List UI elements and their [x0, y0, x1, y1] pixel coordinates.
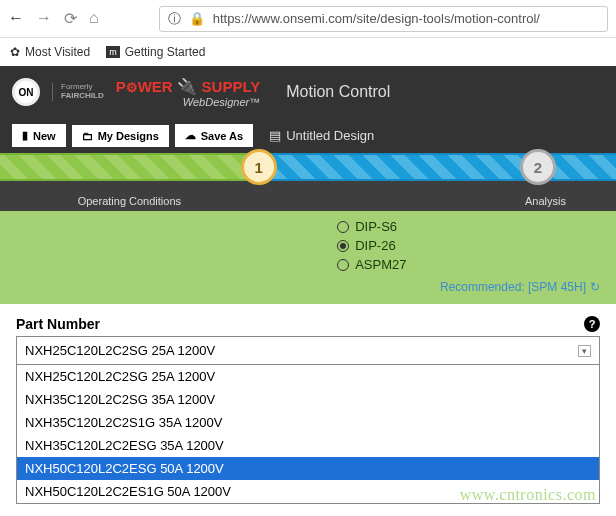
m-icon: m — [106, 46, 120, 58]
part-number-label: Part Number — [16, 316, 100, 332]
home-icon[interactable]: ⌂ — [89, 9, 99, 28]
reload-icon[interactable]: ⟳ — [64, 9, 77, 28]
folder-icon: 🗀 — [82, 130, 93, 142]
lock-icon: 🔒 — [189, 11, 205, 26]
plug-icon: 🔌 — [177, 78, 197, 95]
step-1-circle[interactable]: 1 — [241, 149, 277, 185]
chevron-down-icon[interactable]: ▾ — [578, 345, 591, 357]
button-label: My Designs — [98, 130, 159, 142]
radio-icon — [337, 240, 349, 252]
bookmark-label: Most Visited — [25, 45, 90, 59]
recommended-link[interactable]: Recommended: [SPM 45H] ↻ — [16, 280, 600, 294]
url-text: https://www.onsemi.com/site/design-tools… — [213, 11, 599, 26]
design-title: Untitled Design — [286, 128, 374, 143]
fairchild-text: Formerly FAIRCHILD — [52, 83, 104, 101]
design-toolbar: ▮ New 🗀 My Designs ☁ Save As ▤ Untitled … — [0, 118, 616, 153]
bookmark-getting-started[interactable]: m Getting Started — [106, 45, 205, 59]
cloud-icon: ☁ — [185, 129, 196, 142]
radio-icon — [337, 259, 349, 271]
document-icon: ▤ — [269, 128, 281, 143]
progress-done — [0, 153, 259, 181]
back-icon[interactable]: ← — [8, 9, 24, 28]
url-bar[interactable]: ⓘ 🔒 https://www.onsemi.com/site/design-t… — [159, 6, 608, 32]
step-1-label: Operating Conditions — [0, 195, 259, 207]
info-icon[interactable]: ⓘ — [168, 10, 181, 28]
button-label: New — [33, 130, 56, 142]
part-number-select[interactable]: NXH25C120L2C2SG 25A 1200V ▾ — [16, 336, 600, 365]
step-labels: Operating Conditions Analysis — [0, 181, 616, 211]
page-title: Motion Control — [286, 83, 390, 101]
new-button[interactable]: ▮ New — [12, 124, 66, 147]
app-header: ON Formerly FAIRCHILD P⚙WER 🔌 SUPPLY Web… — [0, 66, 616, 118]
power-supply-logo: P⚙WER 🔌 SUPPLY WebDesigner™ — [116, 77, 261, 108]
part-number-dropdown: NXH25C120L2C2SG 25A 1200VNXH35C120L2C2SG… — [16, 365, 600, 504]
star-icon: ✿ — [10, 45, 20, 59]
radio-item-dip-26[interactable]: DIP-26 — [337, 236, 600, 255]
radio-label: ASPM27 — [355, 257, 406, 272]
package-radio-group: DIP-S6DIP-26ASPM27 — [337, 217, 600, 274]
radio-item-dip-s6[interactable]: DIP-S6 — [337, 217, 600, 236]
file-icon: ▮ — [22, 129, 28, 142]
dropdown-option[interactable]: NXH25C120L2C2SG 25A 1200V — [17, 365, 599, 388]
watermark: www.cntronics.com — [460, 486, 596, 504]
save-as-button[interactable]: ☁ Save As — [175, 124, 253, 147]
part-number-header: Part Number ? — [16, 316, 600, 332]
dropdown-option[interactable]: NXH35C120L2C2S1G 35A 1200V — [17, 411, 599, 434]
my-designs-button[interactable]: 🗀 My Designs — [72, 125, 169, 147]
bookmarks-bar: ✿ Most Visited m Getting Started — [0, 38, 616, 66]
design-title-area[interactable]: ▤ Untitled Design — [269, 128, 374, 143]
dropdown-option[interactable]: NXH35C120L2C2SG 35A 1200V — [17, 388, 599, 411]
package-panel: DIP-S6DIP-26ASPM27 Recommended: [SPM 45H… — [0, 211, 616, 304]
step-2-circle[interactable]: 2 — [520, 149, 556, 185]
subbrand-text: WebDesigner™ — [116, 96, 261, 108]
button-label: Save As — [201, 130, 243, 142]
help-icon[interactable]: ? — [584, 316, 600, 332]
radio-icon — [337, 221, 349, 233]
radio-label: DIP-S6 — [355, 219, 397, 234]
radio-item-aspm27[interactable]: ASPM27 — [337, 255, 600, 274]
progress-remaining — [259, 153, 616, 181]
selected-value: NXH25C120L2C2SG 25A 1200V — [25, 343, 215, 358]
bookmark-label: Getting Started — [125, 45, 206, 59]
step-2-label: Analysis — [259, 195, 616, 207]
dropdown-option[interactable]: NXH35C120L2C2ESG 35A 1200V — [17, 434, 599, 457]
stepper: 1 2 Operating Conditions Analysis — [0, 153, 616, 211]
radio-label: DIP-26 — [355, 238, 395, 253]
nav-arrow-group: ← → ⟳ ⌂ — [8, 9, 99, 28]
on-logo: ON — [12, 78, 40, 106]
bookmark-most-visited[interactable]: ✿ Most Visited — [10, 45, 90, 59]
dropdown-option[interactable]: NXH50C120L2C2ESG 50A 1200V — [17, 457, 599, 480]
gear-icon: ⚙ — [126, 80, 138, 95]
forward-icon[interactable]: → — [36, 9, 52, 28]
part-number-section: Part Number ? NXH25C120L2C2SG 25A 1200V … — [0, 304, 616, 504]
browser-navigation-bar: ← → ⟳ ⌂ ⓘ 🔒 https://www.onsemi.com/site/… — [0, 0, 616, 38]
refresh-icon: ↻ — [590, 280, 600, 294]
